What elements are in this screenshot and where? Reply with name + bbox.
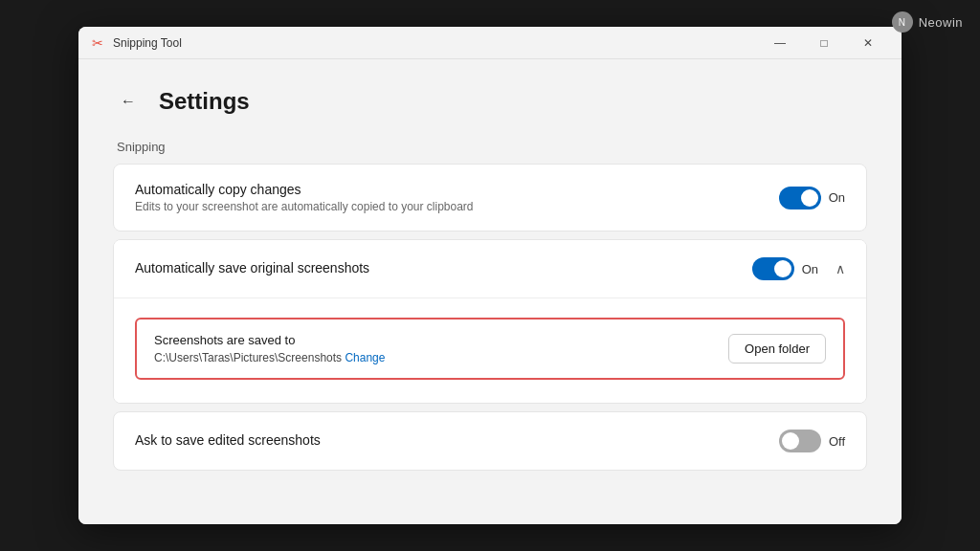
save-path-text: C:\Users\Taras\Pictures\Screenshots [154,351,342,364]
ask-save-toggle-group: Off [779,430,845,452]
auto-save-row: Automatically save original screenshots … [135,257,845,280]
neowin-watermark: N Neowin [892,11,963,33]
ask-save-toggle-thumb [782,432,799,450]
change-link[interactable]: Change [345,351,385,364]
auto-copy-info: Automatically copy changes Edits to your… [135,182,760,213]
auto-save-info: Automatically save original screenshots [135,260,733,278]
ask-save-info: Ask to save edited screenshots [135,432,760,451]
minimize-button[interactable]: — [758,28,802,58]
auto-copy-toggle[interactable] [779,187,821,209]
app-icon: ✂ [90,35,105,51]
window-controls: — □ ✕ [758,28,890,58]
maximize-button[interactable]: □ [802,28,846,58]
back-button[interactable]: ← [113,86,144,117]
auto-save-card-expanded: Automatically save original screenshots … [113,239,867,404]
app-window: ✂ Snipping Tool — □ ✕ ← Settings Snippin… [78,27,902,524]
auto-copy-desc: Edits to your screenshot are automatical… [135,200,760,213]
auto-save-toggle[interactable] [752,257,794,280]
ask-save-toggle[interactable] [779,430,821,452]
ask-save-toggle-label: Off [829,434,845,449]
window-title: Snipping Tool [113,36,758,50]
auto-copy-row: Automatically copy changes Edits to your… [135,182,845,213]
save-location-card: Screenshots are saved to C:\Users\Taras\… [135,318,845,380]
auto-save-toggle-thumb [774,260,791,277]
auto-copy-toggle-thumb [801,189,818,207]
auto-save-card: Automatically save original screenshots … [114,240,866,298]
save-location-path: C:\Users\Taras\Pictures\Screenshots Chan… [154,351,709,364]
auto-copy-toggle-label: On [829,190,845,205]
content-area: ← Settings Snipping Automatically copy c… [78,59,902,524]
close-button[interactable]: ✕ [846,28,890,58]
page-title: Settings [159,88,250,115]
auto-save-toggle-label: On [802,262,818,276]
neowin-label: Neowin [919,15,963,30]
page-header: ← Settings [113,86,867,117]
ask-save-title: Ask to save edited screenshots [135,432,760,448]
open-folder-button[interactable]: Open folder [728,334,826,364]
auto-copy-card: Automatically copy changes Edits to your… [113,164,867,231]
auto-copy-toggle-group: On [779,187,845,209]
auto-copy-title: Automatically copy changes [135,182,760,197]
auto-save-title: Automatically save original screenshots [135,260,733,276]
auto-save-toggle-group: On ∧ [752,257,845,280]
section-label: Snipping [113,140,867,154]
ask-save-row: Ask to save edited screenshots Off [135,430,845,452]
neowin-icon: N [892,11,913,33]
save-location-title: Screenshots are saved to [154,333,709,347]
ask-save-card: Ask to save edited screenshots Off [113,411,867,471]
save-location-info: Screenshots are saved to C:\Users\Taras\… [154,333,709,364]
titlebar: ✂ Snipping Tool — □ ✕ [78,27,902,59]
expand-arrow-icon[interactable]: ∧ [835,261,845,276]
auto-save-expanded-content: Screenshots are saved to C:\Users\Taras\… [114,298,866,403]
